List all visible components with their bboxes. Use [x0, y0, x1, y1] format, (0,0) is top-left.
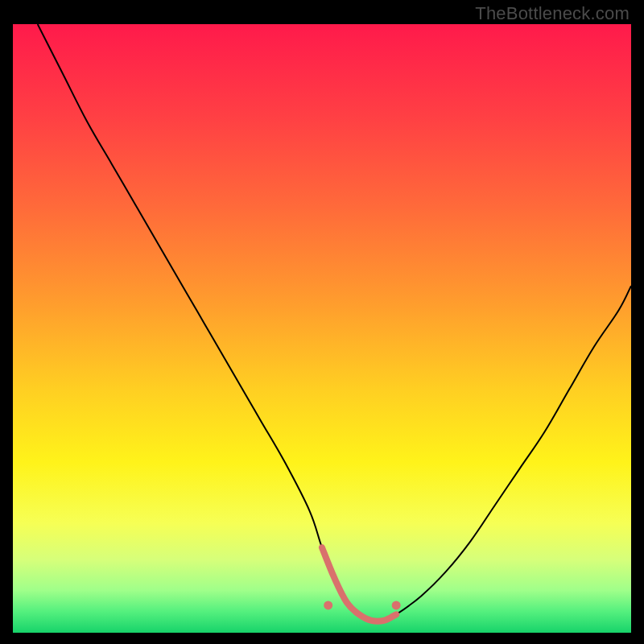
chart-frame: [13, 24, 631, 633]
watermark-text: TheBottleneck.com: [475, 3, 630, 24]
flat-region-dot: [392, 601, 401, 609]
gradient-background: [13, 24, 631, 633]
flat-region-dot: [324, 601, 332, 609]
bottleneck-chart: [13, 24, 631, 633]
